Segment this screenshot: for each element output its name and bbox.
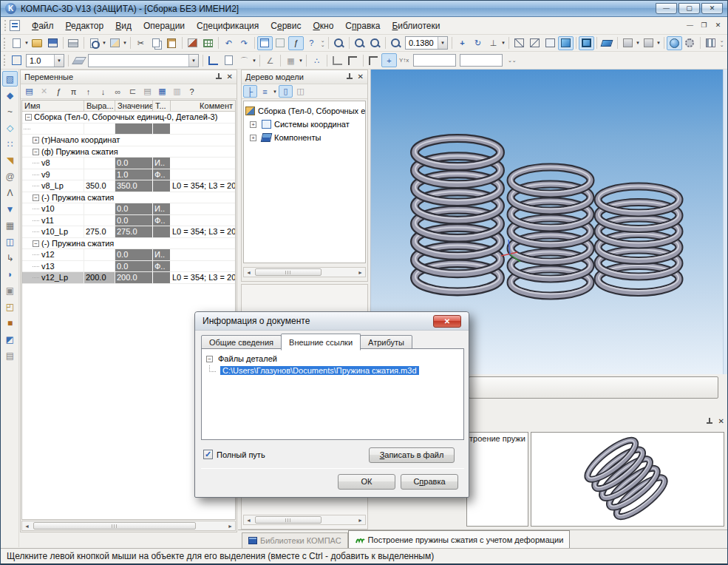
menu-item-файл[interactable]: Файл [26, 18, 60, 33]
comment-cell[interactable]: L0 = 354; L3 = 200 [171, 180, 235, 192]
expand-icon[interactable]: − [33, 240, 39, 247]
close-button[interactable]: ✕ [701, 3, 723, 14]
column-header-2[interactable]: Значение [115, 101, 153, 111]
new-document-button[interactable] [9, 36, 24, 50]
chevron-down-icon[interactable]: ▼ [188, 55, 198, 67]
expand-icon[interactable]: + [33, 137, 39, 143]
variable-name-cell[interactable]: v12_Lp [22, 272, 84, 283]
table-row[interactable]: v120.0И.. [22, 249, 235, 261]
column-header-0[interactable]: Имя [22, 101, 84, 111]
table-view-button[interactable]: ▦ [155, 85, 169, 98]
variables-window-button[interactable] [257, 36, 273, 50]
expression-cell[interactable] [84, 215, 115, 226]
library-folder-icon[interactable]: ◰ [2, 299, 18, 314]
condition-icon[interactable]: ▣ [2, 282, 18, 298]
toolbar-overflow-icon[interactable]: ⌄ ⌄ [508, 58, 516, 63]
variable-name-cell[interactable]: v8 [22, 158, 84, 169]
coord-x-field[interactable] [460, 54, 503, 67]
rebuild-model-button[interactable] [682, 36, 698, 50]
table-row[interactable]: v12_Lp200.0200.0L0 = 354; L3 = 200 [22, 272, 235, 284]
send-convert-button[interactable] [107, 36, 123, 50]
attachments-icon[interactable]: @ [2, 169, 18, 184]
sections-button[interactable]: ▯ [279, 85, 293, 98]
move-up-button[interactable]: ↑ [81, 85, 95, 98]
sketch-button[interactable] [205, 53, 221, 67]
expand-icon[interactable]: + [250, 121, 256, 128]
mdi-close-button[interactable]: ✕ [712, 21, 724, 30]
chevron-down-icon[interactable]: ▼ [123, 41, 127, 45]
undo-button[interactable]: ↶ [221, 36, 237, 50]
menu-item-сервис[interactable]: Сервис [265, 18, 307, 33]
column-header-4[interactable]: Коммент [171, 101, 235, 111]
macro-icon[interactable]: ▤ [2, 348, 18, 363]
table-row[interactable]: v100.0И.. [22, 203, 235, 215]
snaps-button[interactable]: ∴ [309, 53, 324, 67]
variable-name-cell[interactable]: v12 [22, 249, 84, 260]
variable-name-cell[interactable]: v13 [22, 261, 84, 272]
sketch-body-icon[interactable]: ◗ [2, 266, 18, 282]
full-path-checkbox[interactable]: ✓ [203, 450, 213, 459]
library-list-item[interactable]: троение пружи [469, 434, 525, 443]
paste-button[interactable] [164, 36, 180, 50]
pan-button[interactable]: + [455, 36, 470, 50]
expression-cell[interactable] [84, 261, 115, 272]
expand-icon[interactable]: − [25, 114, 32, 121]
tree-item[interactable]: +Компоненты [245, 131, 364, 144]
expand-icon[interactable]: − [33, 194, 39, 201]
wireframe-button[interactable] [511, 36, 527, 50]
open-document-button[interactable] [30, 36, 45, 50]
menu-item-операции[interactable]: Операции [137, 18, 191, 33]
layer-combo[interactable]: ▼ [88, 54, 199, 67]
column-header-1[interactable]: Выра... [84, 101, 115, 111]
table-row[interactable]: −(-) Пружина сжатия [22, 238, 235, 250]
expression-cell[interactable] [84, 249, 115, 260]
expression-cell[interactable] [84, 158, 115, 169]
comment-cell[interactable] [171, 249, 235, 260]
scroll-left-arrow[interactable]: ◄ [244, 515, 254, 524]
clip-display-button[interactable] [641, 36, 656, 50]
toolbar-overflow-icon[interactable]: ⌄ ⌄ [321, 38, 324, 47]
expression-cell[interactable]: 350.0 [84, 180, 115, 192]
specification-icon[interactable]: ▦ [2, 217, 18, 233]
write-file-button[interactable]: Записать в файл [369, 447, 455, 463]
toolbar-overflow-icon[interactable]: ⌄ ⌄ [720, 38, 724, 47]
tree-structure-button[interactable]: ├ [243, 85, 257, 98]
hidden-lines-thin-button[interactable] [542, 36, 558, 50]
zoom-selected-button[interactable] [367, 36, 383, 50]
zoom-scale-combo[interactable]: 0.1380▼ [405, 36, 448, 50]
comment-cell[interactable] [171, 215, 235, 226]
chevron-down-icon[interactable]: ▼ [102, 41, 106, 45]
curve-icon[interactable]: ~ [2, 104, 18, 119]
table-row[interactable]: −Сборка (Тел-0, Сборочных единиц-0, Дета… [22, 112, 235, 124]
table-row[interactable]: v80.0И.. [22, 158, 235, 169]
hidden-lines-button[interactable] [527, 36, 542, 50]
chevron-down-icon[interactable]: ▼ [299, 58, 303, 63]
file-path-item[interactable]: C:\Users\Глазунов\Documents\Пружина сжат… [220, 366, 419, 375]
comment-cell[interactable] [171, 169, 235, 180]
axes-button[interactable] [345, 53, 361, 67]
scroll-right-arrow[interactable]: ► [225, 521, 235, 530]
comment-cell[interactable] [171, 158, 235, 169]
report-icon[interactable]: ◫ [2, 234, 18, 249]
tree-root-item[interactable]: Сборка (Тел-0, Сборочных е [245, 104, 364, 118]
pin-icon[interactable] [215, 73, 222, 81]
additional-window-button[interactable]: ◫ [293, 85, 307, 98]
rotate-view-button[interactable]: ↻ [470, 36, 486, 50]
zoom-area-button[interactable] [352, 36, 367, 50]
perspective-button[interactable] [599, 36, 615, 50]
orientation-button[interactable]: ⊥ [486, 36, 501, 50]
placement-button[interactable] [221, 53, 237, 67]
help-button[interactable]: ? [185, 85, 199, 98]
bottom-tab[interactable]: Библиотеки КОМПАС [242, 532, 348, 548]
edit-part-icon[interactable]: ▧ [2, 71, 18, 87]
table-row[interactable]: v10_Lp275.0275.0L0 = 354; L3 = 200 [22, 226, 235, 238]
variable-name-cell[interactable]: v8_Lp [22, 180, 84, 192]
chevron-down-icon[interactable]: ▼ [656, 41, 661, 45]
menu-item-библиотеки[interactable]: Библиотеки [386, 18, 446, 33]
menu-item-редактор[interactable]: Редактор [60, 18, 110, 33]
expand-icon[interactable]: + [250, 135, 256, 141]
dialog-tab-1[interactable]: Внешние ссылки [281, 334, 361, 351]
measure-icon[interactable]: Λ [2, 185, 18, 200]
table-row[interactable]: v130.0Ф.. [22, 261, 235, 273]
check-document-icon[interactable]: ↳ [2, 250, 18, 265]
